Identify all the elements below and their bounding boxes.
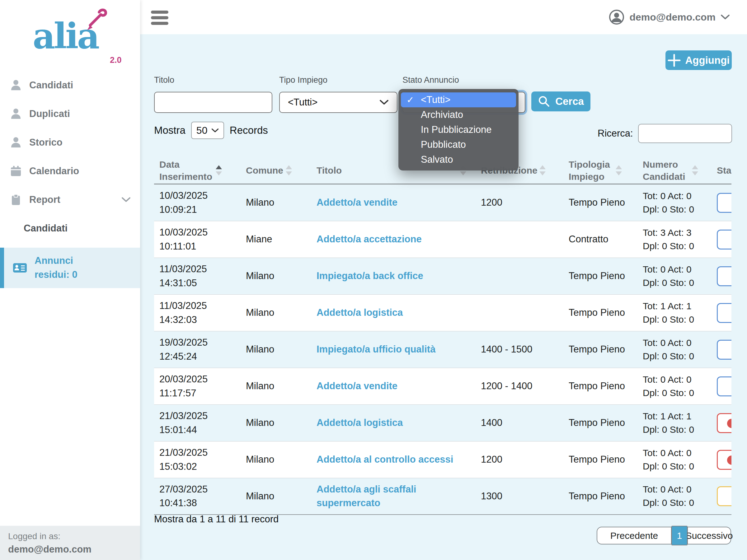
stato-button[interactable] — [717, 486, 731, 506]
cell-tipologia: Tempo Pieno — [556, 405, 632, 441]
stato-option[interactable]: Pubblicato — [401, 137, 516, 152]
annuncio-link[interactable]: Addetto/a agli scaffali supermercato — [316, 483, 476, 510]
current-page-button[interactable]: 1 — [671, 526, 688, 545]
sidebar-item-label: Calendario — [29, 165, 79, 177]
column-header[interactable]: Tipologia Impiego — [556, 157, 632, 184]
cell-data-inserimento: 20/03/202511:17:57 — [154, 368, 232, 404]
cell-retribuzione — [476, 295, 556, 331]
stato-button[interactable] — [717, 450, 731, 470]
cell-titolo: Addetto/a logistica — [302, 405, 476, 441]
cell-numero-candidati: Tot: 0 Act: 0 Dpl: 0 Sto: 0 — [632, 478, 708, 514]
sidebar-item-label: Annunci residui: 0 — [34, 254, 103, 282]
annunci-table: Data InserimentoComuneTitoloRetribuzione… — [154, 157, 731, 515]
annuncio-link[interactable]: Addetto/a al controllo accessi — [316, 453, 453, 466]
annuncio-link[interactable]: Addetto/a vendite — [316, 196, 397, 209]
table-row[interactable]: 21/03/202515:03:02 Milano Addetto/a al c… — [154, 442, 731, 478]
stato-button[interactable] — [717, 413, 731, 433]
table-row[interactable]: 11/03/202514:32:03 Milano Addetto/a logi… — [154, 295, 731, 331]
sidebar-item-report[interactable]: Report — [0, 185, 140, 214]
stato-option[interactable]: In Pubblicazione — [401, 122, 516, 137]
column-header[interactable]: Data Inserimento — [154, 157, 232, 184]
previous-page-button[interactable]: Precedente — [597, 527, 672, 544]
sidebar-item-annunci[interactable]: Annunci residui: 0 — [0, 248, 140, 288]
column-header: Stato — [708, 157, 731, 184]
cell-data-inserimento: 21/03/202515:01:44 — [154, 405, 232, 441]
stato-option[interactable]: ✓<Tutti> — [401, 92, 516, 107]
tipo-impiego-value: <Tutti> — [288, 97, 317, 108]
stato-option[interactable]: Archiviato — [401, 107, 516, 122]
sort-arrows-icon — [539, 165, 546, 176]
search-button[interactable]: Cerca — [531, 91, 590, 111]
cell-comune: Milano — [232, 368, 302, 404]
sidebar-item-storico[interactable]: Storico — [0, 128, 140, 157]
plus-icon — [668, 54, 681, 67]
stato-annuncio-label: Stato Annuncio — [403, 75, 525, 85]
sidebar-item-label: Duplicati — [29, 108, 70, 119]
stato-button[interactable] — [717, 230, 731, 249]
annuncio-link[interactable]: Impiegato/a ufficio qualità — [316, 343, 435, 356]
tipo-impiego-select[interactable]: <Tutti> — [279, 92, 397, 113]
user-menu[interactable]: demo@demo.com — [609, 0, 730, 34]
table-row[interactable]: 19/03/202512:45:24 Milano Impiegato/a uf… — [154, 331, 731, 368]
add-button[interactable]: Aggiungi — [666, 50, 732, 70]
cell-titolo: Addetto/a agli scaffali supermercato — [302, 478, 476, 514]
annuncio-link[interactable]: Addetto/a accettazione — [316, 232, 422, 246]
sidebar-item-label: Report — [29, 194, 60, 205]
cell-data-inserimento: 27/03/202510:41:38 — [154, 478, 232, 514]
cell-numero-candidati: Tot: 0 Act: 0 Dpl: 0 Sto: 0 — [632, 258, 708, 294]
stato-button[interactable] — [717, 340, 731, 359]
page-size-select[interactable]: 50 — [191, 122, 224, 139]
titolo-input[interactable] — [154, 92, 272, 113]
ricerca-input[interactable] — [638, 124, 732, 143]
stato-button[interactable] — [717, 376, 731, 396]
sort-arrows-icon — [216, 165, 222, 176]
cell-comune: Milano — [232, 442, 302, 478]
annuncio-link[interactable]: Addetto/a vendite — [316, 379, 397, 393]
cell-stato — [708, 331, 731, 368]
column-header-label: Tipologia Impiego — [569, 158, 616, 183]
table-row[interactable]: 20/03/202511:17:57 Milano Addetto/a vend… — [154, 368, 731, 405]
cell-retribuzione: 1200 — [476, 185, 556, 221]
hamburger-menu-icon[interactable] — [151, 10, 169, 27]
cell-tipologia: Tempo Pieno — [556, 442, 632, 478]
table-row[interactable]: 11/03/202514:31:05 Milano Impiegato/a ba… — [154, 258, 731, 295]
sidebar-item-candidati[interactable]: Candidati — [0, 71, 140, 100]
table-row[interactable]: 10/03/202510:11:01 Miane Addetto/a accet… — [154, 221, 731, 258]
ricerca-label: Ricerca: — [598, 128, 633, 139]
cell-titolo: Addetto/a logistica — [302, 295, 476, 331]
logo-wordmark: alia — [33, 19, 126, 54]
column-header-label: Data Inserimento — [159, 158, 216, 183]
annuncio-link[interactable]: Addetto/a logistica — [316, 306, 403, 320]
column-header[interactable]: Numero Candidati — [632, 157, 708, 184]
user-circle-icon — [609, 9, 624, 25]
annuncio-link[interactable]: Impiegato/a back office — [316, 269, 423, 283]
stato-option[interactable]: Salvato — [401, 152, 516, 167]
sidebar-subitem-candidati[interactable]: Candidati — [0, 214, 140, 243]
annuncio-link[interactable]: Addetto/a logistica — [316, 416, 403, 430]
table-row[interactable]: 10/03/202510:09:21 Milano Addetto/a vend… — [154, 185, 731, 221]
cell-data-inserimento: 11/03/202514:32:03 — [154, 295, 232, 331]
cell-comune: Milano — [232, 405, 302, 441]
sidebar-item-duplicati[interactable]: Duplicati — [0, 100, 140, 128]
cell-titolo: Addetto/a vendite — [302, 368, 476, 404]
stato-button[interactable] — [717, 303, 731, 323]
table-row[interactable]: 27/03/202510:41:38 Milano Addetto/a agli… — [154, 478, 731, 515]
topbar: demo@demo.com — [140, 0, 747, 34]
app-logo[interactable]: alia 2.0 — [33, 19, 126, 69]
table-summary: Mostra da 1 a 11 di 11 record — [154, 514, 279, 525]
filter-titolo: Titolo — [154, 75, 272, 113]
sidebar-footer: Logged in as: demo@demo.com — [0, 526, 140, 560]
cell-stato — [708, 442, 731, 478]
cell-numero-candidati: Tot: 0 Act: 0 Dpl: 0 Sto: 0 — [632, 442, 708, 478]
stato-button[interactable] — [717, 266, 731, 286]
column-header[interactable]: Comune — [232, 157, 302, 184]
stato-button[interactable] — [717, 193, 731, 213]
cell-stato — [708, 368, 731, 404]
quick-search: Ricerca: — [598, 124, 732, 143]
page-size-value: 50 — [197, 125, 208, 136]
cell-stato — [708, 185, 731, 221]
next-page-button[interactable]: Successivo — [687, 527, 731, 544]
table-row[interactable]: 21/03/202515:01:44 Milano Addetto/a logi… — [154, 405, 731, 442]
sidebar-item-calendario[interactable]: Calendario — [0, 157, 140, 185]
calendar-icon — [10, 165, 22, 177]
